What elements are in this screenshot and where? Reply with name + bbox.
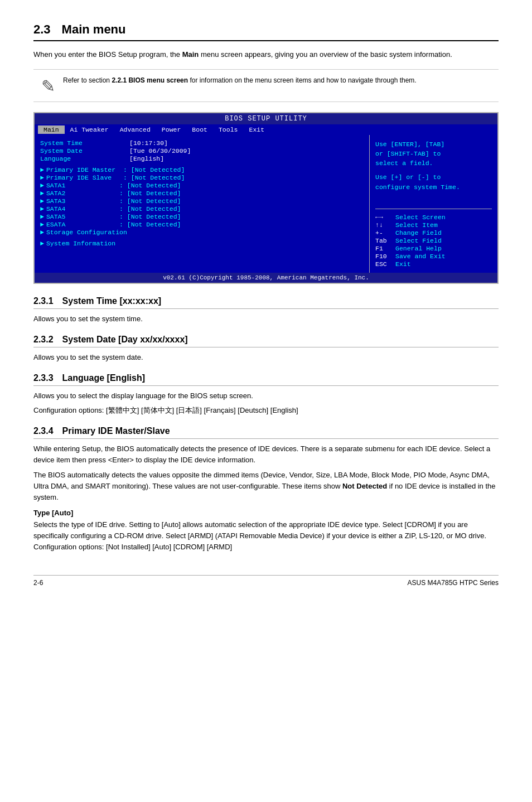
note-box: ✎ Refer to section 2.2.1 BIOS menu scree… — [33, 69, 499, 102]
bios-body: System Time [10:17:30] System Date [Tue … — [35, 135, 497, 273]
bios-nav-esc: ESC Exit — [375, 260, 492, 268]
bios-menu-advanced[interactable]: Advanced — [114, 125, 156, 134]
bios-menu-main[interactable]: Main — [38, 125, 65, 134]
bios-nav-key-f1: F1 — [375, 245, 395, 252]
subsection-num-233: 2.3.3 — [33, 373, 54, 383]
bios-menu-exit[interactable]: Exit — [243, 125, 270, 134]
bios-language-value: [English] — [129, 155, 164, 162]
subsection-text-232: Allows you to set the system date. — [33, 352, 499, 363]
bios-item-sata2: ► SATA2 : [Not Detected] — [40, 190, 364, 197]
bios-item-storage-config: ► Storage Configuration — [40, 229, 364, 236]
section-header: 2.3 Main menu When you enter the BIOS Se… — [33, 22, 499, 60]
bios-item-primary-ide-master: ► Primary IDE Master : [Not Detected] — [40, 166, 364, 173]
bios-title: BIOS SETUP UTILITY — [35, 113, 497, 124]
bios-item-sata4: ► SATA4 : [Not Detected] — [40, 205, 364, 212]
bios-arrow-icon-2: ► — [40, 174, 44, 181]
bios-arrow-icon-8: ► — [40, 221, 44, 228]
bios-nav-key-lr: ←→ — [375, 214, 395, 221]
bios-primary-ide-slave-value: : [Not Detected] — [123, 174, 185, 181]
bios-primary-ide-master-label: Primary IDE Master — [46, 166, 123, 173]
section-number: 2.3 — [33, 22, 51, 37]
bios-menu-tools[interactable]: Tools — [213, 125, 244, 134]
bios-nav-updown: ↑↓ Select Item — [375, 221, 492, 229]
bios-item-system-info: ► System Information — [40, 240, 364, 247]
bios-nav-key-ud: ↑↓ — [375, 221, 395, 229]
bios-system-time-value: [10:17:30] — [129, 139, 168, 147]
bios-sata3-value: : [Not Detected] — [119, 197, 181, 205]
section-title-text: Main menu — [62, 22, 126, 37]
bios-system-info-label: System Information — [46, 240, 115, 247]
bios-help-text-2: Use [+] or [-] to configure system Time. — [375, 172, 492, 192]
bios-sata4-value: : [Not Detected] — [119, 205, 181, 212]
bios-nav-desc-esc: Exit — [395, 260, 411, 268]
bios-sata5-value: : [Not Detected] — [119, 213, 181, 220]
bios-system-time-row: System Time [10:17:30] — [40, 139, 364, 147]
bios-nav-plusminus: +- Change Field — [375, 229, 492, 236]
bios-right-panel: Use [ENTER], [TAB] or [SHIFT-TAB] to sel… — [369, 135, 497, 273]
type-text: Selects the type of IDE drive. Setting t… — [33, 519, 499, 553]
bios-item-sata5: ► SATA5 : [Not Detected] — [40, 213, 364, 220]
bios-system-date-value: [Tue 06/30/2009] — [129, 147, 191, 154]
product-name: ASUS M4A785G HTPC Series — [408, 579, 499, 587]
subsection-title-232: System Date [Day xx/xx/xxxx] — [62, 335, 188, 345]
bios-item-primary-ide-slave: ► Primary IDE Slave : [Not Detected] — [40, 174, 364, 181]
bios-nav-f10: F10 Save and Exit — [375, 253, 492, 260]
bios-nav-key-f10: F10 — [375, 253, 395, 260]
intro-paragraph: When you enter the BIOS Setup program, t… — [33, 49, 499, 60]
type-title: Type [Auto] — [33, 509, 499, 517]
bios-nav-key-esc: ESC — [375, 260, 395, 268]
bios-sata1-value: : [Not Detected] — [119, 182, 181, 189]
bios-item-sata3: ► SATA3 : [Not Detected] — [40, 197, 364, 205]
bios-sata2-value: : [Not Detected] — [119, 190, 181, 197]
bios-nav-section: ←→ Select Screen ↑↓ Select Item +- Chang… — [375, 214, 492, 268]
bios-menu-bar: Main Ai Tweaker Advanced Power Boot Tool… — [35, 124, 497, 135]
subsection-num-234: 2.3.4 — [33, 426, 54, 436]
bios-nav-desc-tab: Select Field — [395, 237, 442, 244]
bios-nav-key-tab: Tab — [375, 237, 395, 244]
bios-primary-ide-slave-label: Primary IDE Slave — [46, 174, 123, 181]
bios-nav-tab: Tab Select Field — [375, 237, 492, 244]
bios-sata5-label: SATA5 — [46, 213, 119, 220]
subsection-title-234: Primary IDE Master/Slave — [62, 426, 170, 436]
subsection-title-233: Language [English] — [62, 373, 145, 383]
subsection-2-3-3: 2.3.3 Language [English] Allows you to s… — [33, 373, 499, 416]
subsection-num-232: 2.3.2 — [33, 335, 54, 345]
bios-nav-f1: F1 General Help — [375, 245, 492, 252]
bios-help-text-1: Use [ENTER], [TAB] or [SHIFT-TAB] to sel… — [375, 139, 492, 168]
bios-storage-config-label: Storage Configuration — [46, 229, 127, 236]
subsection-2-3-2: 2.3.2 System Date [Day xx/xx/xxxx] Allow… — [33, 335, 499, 363]
bios-language-label: Language — [40, 155, 129, 162]
bios-nav-key-pm: +- — [375, 229, 395, 236]
bios-language-row: Language [English] — [40, 155, 364, 162]
bios-left-panel: System Time [10:17:30] System Date [Tue … — [35, 135, 369, 273]
bios-footer: v02.61 (C)Copyright 1985-2008, American … — [35, 273, 497, 283]
bios-arrow-icon-3: ► — [40, 182, 44, 189]
bios-menu-boot[interactable]: Boot — [186, 125, 213, 134]
bios-item-sata1: ► SATA1 : [Not Detected] — [40, 182, 364, 189]
subsection-title-231: System Time [xx:xx:xx] — [62, 296, 162, 306]
bios-arrow-icon-9: ► — [40, 229, 44, 236]
bios-system-time-label: System Time — [40, 139, 129, 147]
bios-arrow-icon-6: ► — [40, 205, 44, 212]
note-text: Refer to section 2.2.1 BIOS menu screen … — [63, 75, 417, 85]
bios-screen: BIOS SETUP UTILITY Main Ai Tweaker Advan… — [33, 112, 499, 284]
subsection-text2-234: The BIOS automatically detects the value… — [33, 470, 499, 503]
bios-system-date-row: System Date [Tue 06/30/2009] — [40, 147, 364, 154]
bios-primary-ide-master-value: : [Not Detected] — [123, 166, 185, 173]
bios-nav-desc-lr: Select Screen — [395, 214, 446, 221]
bios-nav-desc-pm: Change Field — [395, 229, 442, 236]
subsection-2-3-1: 2.3.1 System Time [xx:xx:xx] Allows you … — [33, 296, 499, 325]
bios-arrow-icon-7: ► — [40, 213, 44, 220]
bios-nav-desc-f10: Save and Exit — [395, 253, 446, 260]
bios-arrow-icon: ► — [40, 166, 44, 173]
bios-esata-value: : [Not Detected] — [119, 221, 181, 228]
bios-menu-ai-tweaker[interactable]: Ai Tweaker — [65, 125, 114, 134]
bios-arrow-icon-5: ► — [40, 197, 44, 205]
bios-sata4-label: SATA4 — [46, 205, 119, 212]
bios-sata3-label: SATA3 — [46, 197, 119, 205]
bios-nav-desc-ud: Select Item — [395, 221, 438, 229]
subsection-text-231: Allows you to set the system time. — [33, 313, 499, 325]
page-footer: 2-6 ASUS M4A785G HTPC Series — [33, 575, 499, 587]
subsection-num-231: 2.3.1 — [33, 296, 54, 306]
bios-menu-power[interactable]: Power — [156, 125, 187, 134]
